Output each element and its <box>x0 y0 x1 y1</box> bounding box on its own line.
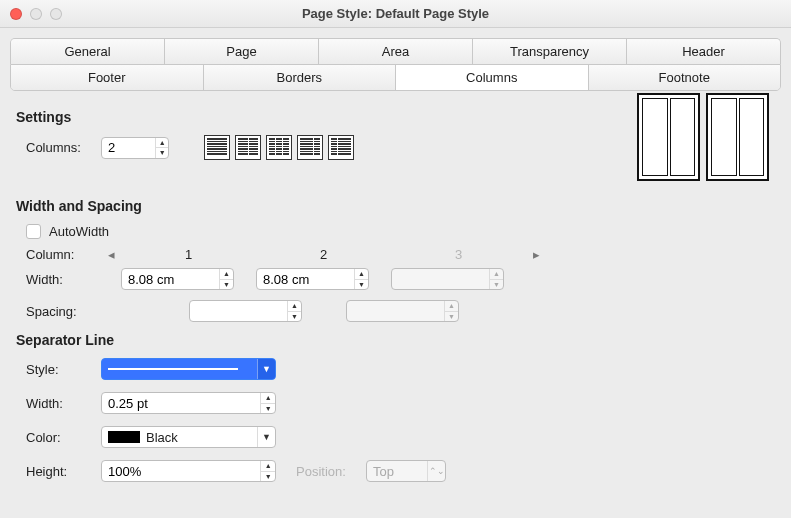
chevron-up-icon[interactable]: ▲ <box>220 269 233 280</box>
page-preview-1 <box>637 93 700 181</box>
sep-width-spinner[interactable]: ▲▼ <box>101 392 276 414</box>
layout-presets <box>204 135 354 160</box>
autowidth-row: AutoWidth <box>16 224 775 239</box>
chevron-down-icon[interactable]: ▼ <box>261 404 275 414</box>
tab-label: Columns <box>466 70 517 85</box>
tab-label: Footer <box>88 70 126 85</box>
width-2-spinner[interactable]: ▲▼ <box>256 268 369 290</box>
spacing-2-input <box>347 301 444 321</box>
minimize-icon <box>30 8 42 20</box>
titlebar: Page Style: Default Page Style <box>0 0 791 28</box>
tab-row-1: General Page Area Transparency Header <box>10 38 781 64</box>
tab-columns[interactable]: Columns <box>396 65 589 90</box>
columns-spinner[interactable]: ▲▼ <box>101 137 169 159</box>
line-style-preview <box>108 368 238 370</box>
preset-1-col[interactable] <box>204 135 230 160</box>
tab-footnote[interactable]: Footnote <box>589 65 781 90</box>
width-spacing-grid: Column: ◂ 1 2 3 ▸ Width: ▲▼ ▲▼ <box>16 247 775 322</box>
spacing-row: Spacing: ▲▼ ▲▼ <box>26 300 775 322</box>
chevron-down-icon[interactable]: ▼ <box>261 472 275 482</box>
chevron-up-icon[interactable]: ▲ <box>156 138 168 149</box>
tab-general[interactable]: General <box>11 39 165 64</box>
color-name: Black <box>146 430 178 445</box>
tab-area[interactable]: Area <box>319 39 473 64</box>
chevron-down-icon[interactable]: ▼ <box>156 148 168 158</box>
chevron-down-icon[interactable]: ▼ <box>288 312 301 322</box>
spacing-1-input[interactable] <box>190 301 287 321</box>
chevron-down-icon[interactable]: ▼ <box>257 427 275 447</box>
spacing-label: Spacing: <box>26 304 121 319</box>
style-combo[interactable]: ▼ <box>101 358 276 380</box>
preset-2-col-right[interactable] <box>328 135 354 160</box>
spacing-1-spinner[interactable]: ▲▼ <box>189 300 302 322</box>
position-label: Position: <box>296 464 366 479</box>
autowidth-checkbox[interactable] <box>26 224 41 239</box>
position-value: Top <box>373 464 394 479</box>
tab-row-2: Footer Borders Columns Footnote <box>10 64 781 91</box>
sep-width-input[interactable] <box>102 393 260 413</box>
chevron-up-icon[interactable]: ▲ <box>355 269 368 280</box>
col-head-2: 2 <box>256 247 391 262</box>
page-previews <box>637 93 769 181</box>
window-title: Page Style: Default Page Style <box>0 6 791 21</box>
tab-label: Header <box>682 44 725 59</box>
height-label: Height: <box>26 464 101 479</box>
tab-label: Transparency <box>510 44 589 59</box>
width-spacing-heading: Width and Spacing <box>16 198 775 214</box>
color-swatch <box>108 431 140 443</box>
page-preview-2 <box>706 93 769 181</box>
tab-page[interactable]: Page <box>165 39 319 64</box>
chevron-down-icon: ▼ <box>445 312 458 322</box>
preset-2-col[interactable] <box>235 135 261 160</box>
chevron-up-icon[interactable]: ▲ <box>261 393 275 404</box>
chevron-up-icon: ▲ <box>445 301 458 312</box>
preset-3-col[interactable] <box>266 135 292 160</box>
chevron-up-icon: ▲ <box>490 269 503 280</box>
tab-header[interactable]: Header <box>627 39 780 64</box>
tab-transparency[interactable]: Transparency <box>473 39 627 64</box>
sep-width-row: Width: ▲▼ <box>26 392 775 414</box>
color-row: Color: Black ▼ <box>26 426 775 448</box>
chevron-down-icon[interactable]: ▼ <box>355 280 368 290</box>
col-head-3: 3 <box>391 247 526 262</box>
content-panel: Settings Columns: ▲▼ Width and Spacing A… <box>0 91 791 510</box>
chevron-up-down-icon: ⌃⌄ <box>427 461 445 481</box>
zoom-icon <box>50 8 62 20</box>
col-head-1: 1 <box>121 247 256 262</box>
columns-label: Columns: <box>16 140 101 155</box>
columns-input[interactable] <box>102 138 155 158</box>
color-combo[interactable]: Black ▼ <box>101 426 276 448</box>
preset-2-col-left[interactable] <box>297 135 323 160</box>
tab-label: Footnote <box>659 70 710 85</box>
chevron-down-icon: ▼ <box>490 280 503 290</box>
tab-label: General <box>64 44 110 59</box>
chevron-up-icon[interactable]: ▲ <box>288 301 301 312</box>
tab-borders[interactable]: Borders <box>204 65 397 90</box>
tab-footer[interactable]: Footer <box>11 65 204 90</box>
separator-heading: Separator Line <box>16 332 775 348</box>
width-2-input[interactable] <box>257 269 354 289</box>
height-input[interactable] <box>102 461 260 481</box>
arrow-right-icon[interactable]: ▸ <box>526 247 546 262</box>
width-row: Width: ▲▼ ▲▼ ▲▼ <box>26 268 775 290</box>
width-1-input[interactable] <box>122 269 219 289</box>
chevron-down-icon[interactable]: ▼ <box>257 359 275 379</box>
width-3-spinner: ▲▼ <box>391 268 504 290</box>
window-controls <box>0 8 62 20</box>
width-3-input <box>392 269 489 289</box>
width-1-spinner[interactable]: ▲▼ <box>121 268 234 290</box>
style-row: Style: ▼ <box>26 358 775 380</box>
position-combo: Top ⌃⌄ <box>366 460 446 482</box>
height-row: Height: ▲▼ Position: Top ⌃⌄ <box>26 460 775 482</box>
tab-label: Area <box>382 44 409 59</box>
chevron-up-icon[interactable]: ▲ <box>261 461 275 472</box>
tab-label: Borders <box>276 70 322 85</box>
close-icon[interactable] <box>10 8 22 20</box>
chevron-down-icon[interactable]: ▼ <box>220 280 233 290</box>
autowidth-label: AutoWidth <box>49 224 109 239</box>
style-label: Style: <box>26 362 101 377</box>
arrow-left-icon[interactable]: ◂ <box>101 247 121 262</box>
height-spinner[interactable]: ▲▼ <box>101 460 276 482</box>
separator-grid: Style: ▼ Width: ▲▼ Color: Black ▼ <box>16 358 775 482</box>
spacing-2-spinner: ▲▼ <box>346 300 459 322</box>
